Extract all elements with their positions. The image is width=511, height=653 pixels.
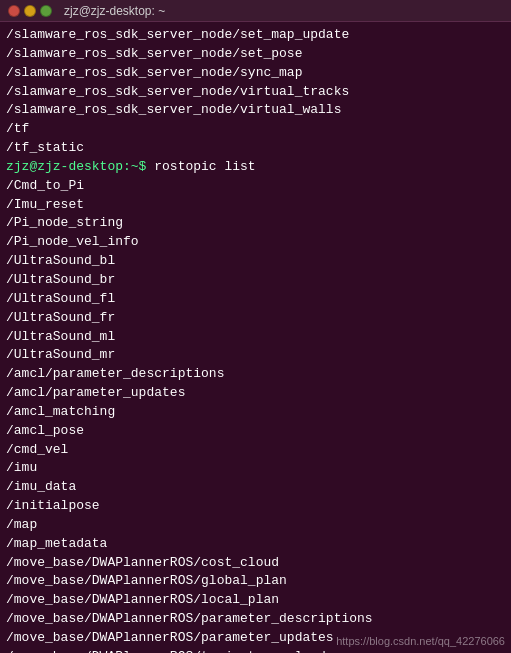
terminal-line: /slamware_ros_sdk_server_node/sync_map [6,64,505,83]
terminal-line: /UltraSound_bl [6,252,505,271]
terminal-line: /amcl_matching [6,403,505,422]
terminal-line: /map [6,516,505,535]
minimize-button[interactable] [24,5,36,17]
terminal-line: /move_base/DWAPlannerROS/cost_cloud [6,554,505,573]
watermark: https://blog.csdn.net/qq_42276066 [336,635,505,647]
terminal-line: /amcl_pose [6,422,505,441]
terminal-window: zjz@zjz-desktop: ~ /slamware_ros_sdk_ser… [0,0,511,653]
terminal-line: /tf_static [6,139,505,158]
terminal-line: /move_base/DWAPlannerROS/trajectory_clou… [6,648,505,653]
terminal-line: /imu_data [6,478,505,497]
close-button[interactable] [8,5,20,17]
terminal-line: /slamware_ros_sdk_server_node/set_pose [6,45,505,64]
title-bar: zjz@zjz-desktop: ~ [0,0,511,22]
terminal-line: /move_base/DWAPlannerROS/parameter_descr… [6,610,505,629]
terminal-line: /Imu_reset [6,196,505,215]
terminal-line: /tf [6,120,505,139]
terminal-line: /slamware_ros_sdk_server_node/virtual_wa… [6,101,505,120]
terminal-line: /initialpose [6,497,505,516]
terminal-line: /amcl/parameter_descriptions [6,365,505,384]
terminal-line: /move_base/DWAPlannerROS/local_plan [6,591,505,610]
terminal-line: /UltraSound_mr [6,346,505,365]
terminal-body[interactable]: /slamware_ros_sdk_server_node/set_map_up… [0,22,511,653]
window-title: zjz@zjz-desktop: ~ [64,4,165,18]
terminal-line: /Pi_node_vel_info [6,233,505,252]
terminal-line: /UltraSound_fr [6,309,505,328]
terminal-line: /slamware_ros_sdk_server_node/set_map_up… [6,26,505,45]
terminal-line: /UltraSound_ml [6,328,505,347]
prompt-command: rostopic list [154,159,255,174]
maximize-button[interactable] [40,5,52,17]
terminal-line: /map_metadata [6,535,505,554]
terminal-line: zjz@zjz-desktop:~$ rostopic list [6,158,505,177]
terminal-line: /UltraSound_br [6,271,505,290]
terminal-line: /UltraSound_fl [6,290,505,309]
terminal-line: /Cmd_to_Pi [6,177,505,196]
terminal-line: /imu [6,459,505,478]
terminal-line: /Pi_node_string [6,214,505,233]
terminal-line: /amcl/parameter_updates [6,384,505,403]
terminal-line: /cmd_vel [6,441,505,460]
prompt-user: zjz@zjz-desktop:~$ [6,159,154,174]
window-controls [8,5,52,17]
terminal-line: /slamware_ros_sdk_server_node/virtual_tr… [6,83,505,102]
terminal-line: /move_base/DWAPlannerROS/global_plan [6,572,505,591]
